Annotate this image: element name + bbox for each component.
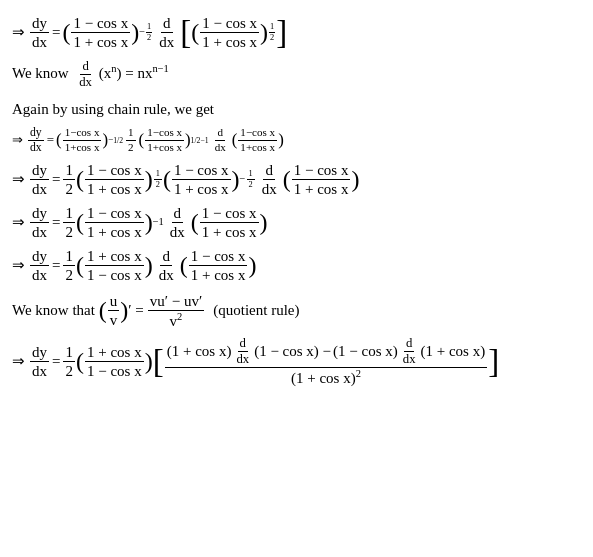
dydx-frac-1: dy dx — [30, 14, 49, 51]
quotient-rule-text: We know that ( u v ) ′ = vu′ − uv′ v2 (q… — [12, 292, 581, 330]
equation-chain-compact: ⇒ dy dx = ( 1−cos x 1+cos x ) −1/2 1 2 (… — [12, 126, 581, 155]
page-content: ⇒ dy dx = ( 1 − cos x 1 + cos x ) −12 d … — [12, 14, 581, 387]
equation-half-power: ⇒ dy dx = 1 2 ( 1 − cos x 1 + cos x ) 12… — [12, 161, 581, 198]
d-dx-operator: d dx — [157, 14, 176, 51]
equation-minus1-power: ⇒ dy dx = 1 2 ( 1 − cos x 1 + cos x ) −1… — [12, 204, 581, 241]
chain-rule-text: Again by using chain rule, we get — [12, 99, 581, 120]
know-dxn-line: We know d dx (xn) = nxn−1 — [12, 59, 581, 91]
equation-line-1: ⇒ dy dx = ( 1 − cos x 1 + cos x ) −12 d … — [12, 14, 581, 51]
equation-flipped: ⇒ dy dx = 1 2 ( 1 + cos x 1 − cos x ) d … — [12, 247, 581, 284]
equation-final: ⇒ dy dx = 1 2 ( 1 + cos x 1 − cos x ) [ … — [12, 336, 581, 388]
arrow-1: ⇒ — [12, 22, 25, 43]
frac-1-cosx-over-1-plus-cosx: 1 − cos x 1 + cos x — [71, 14, 130, 51]
